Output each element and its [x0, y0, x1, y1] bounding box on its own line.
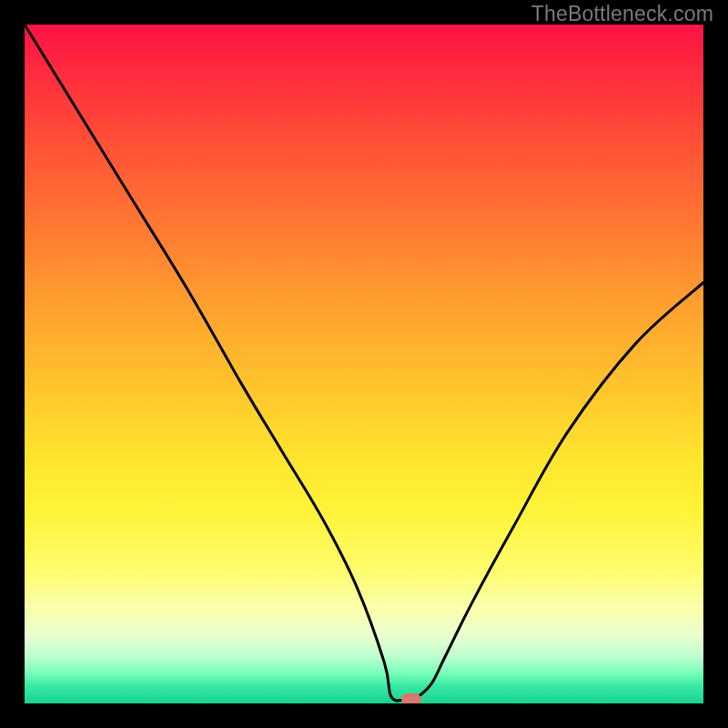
- plot-area: [25, 25, 703, 703]
- curve-path: [25, 25, 703, 701]
- optimal-point-marker: [401, 693, 421, 703]
- bottleneck-curve: [25, 25, 703, 703]
- chart-frame: TheBottleneck.com: [0, 0, 728, 728]
- watermark-text: TheBottleneck.com: [531, 2, 713, 26]
